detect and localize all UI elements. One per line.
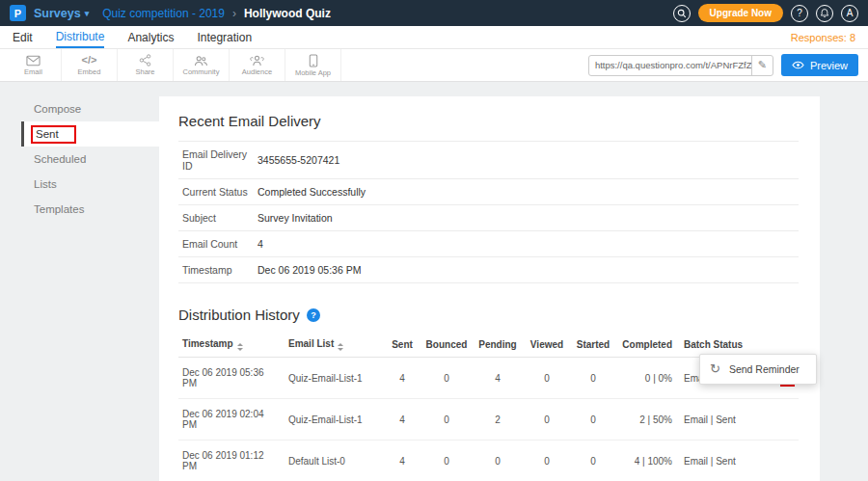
- col-pending: Pending: [472, 333, 524, 358]
- col-started: Started: [570, 333, 616, 358]
- help-icon[interactable]: ?: [791, 5, 808, 22]
- breadcrumb-parent[interactable]: Quiz competition - 2019: [102, 7, 225, 20]
- embed-code-icon: </>: [82, 54, 97, 67]
- send-reminder-icon: ↻: [710, 363, 720, 375]
- cell-viewed: 0: [524, 441, 570, 481]
- section-tabs: Edit Distribute Analytics Integration Re…: [0, 26, 868, 49]
- distribution-history-title: Distribution History ?: [178, 307, 799, 323]
- tool-share[interactable]: Share: [118, 49, 174, 81]
- survey-url-value[interactable]: https://qa.questionpro.com/t/APNrFZfZ': [589, 60, 751, 70]
- cell-timestamp: Dec 06 2019 05:36 PM: [178, 358, 285, 399]
- cell-spacer: [749, 399, 776, 441]
- annotation-red-box-sent: Sent: [31, 125, 76, 144]
- community-icon: [194, 55, 208, 67]
- delivery-label: Current Status: [178, 179, 254, 205]
- responses-count[interactable]: Responses: 8: [791, 32, 855, 43]
- cell-bounced: 0: [421, 399, 472, 441]
- sidebar-item-compose[interactable]: Compose: [21, 96, 159, 121]
- tool-share-label: Share: [135, 67, 154, 76]
- delivery-row-timestamp: Timestamp Dec 06 2019 05:36 PM: [178, 257, 799, 283]
- logo-letter: P: [14, 8, 21, 19]
- delivery-row-count: Email Count 4: [178, 231, 799, 257]
- tab-distribute[interactable]: Distribute: [56, 26, 105, 48]
- delivery-value: Survey Invitation: [254, 205, 799, 231]
- preview-button[interactable]: Preview: [781, 54, 858, 76]
- sort-icon[interactable]: [338, 343, 343, 351]
- tool-embed[interactable]: </> Embed: [62, 49, 118, 81]
- tool-email-label: Email: [24, 67, 42, 76]
- delivery-label: Email Delivery ID: [178, 142, 254, 179]
- cell-started: 0: [570, 441, 616, 481]
- survey-url-field[interactable]: https://qa.questionpro.com/t/APNrFZfZ' ✎: [588, 55, 773, 76]
- edit-url-pencil-icon[interactable]: ✎: [751, 56, 773, 75]
- sidebar-item-templates[interactable]: Templates: [21, 197, 159, 222]
- notifications-bell-icon[interactable]: [816, 5, 833, 22]
- tool-audience[interactable]: Audience: [230, 49, 285, 81]
- cell-batch-status: Email | Sent: [680, 441, 749, 481]
- breadcrumb-current: Hollywood Quiz: [244, 7, 331, 20]
- cell-menu: [776, 441, 799, 481]
- cell-completed: 0 | 0%: [616, 358, 680, 399]
- questionpro-logo-icon: P: [10, 5, 26, 21]
- sort-icon[interactable]: [237, 343, 243, 351]
- col-viewed: Viewed: [524, 333, 570, 358]
- search-icon[interactable]: [673, 5, 691, 22]
- delivery-row-id: Email Delivery ID 3455655-5207421: [178, 142, 799, 179]
- cell-timestamp: Dec 06 2019 01:12 PM: [178, 441, 285, 481]
- tool-email[interactable]: Email: [6, 49, 62, 81]
- col-bounced: Bounced: [421, 333, 472, 358]
- delivery-label: Email Count: [178, 231, 254, 257]
- sidebar-item-sent[interactable]: Sent: [21, 121, 159, 147]
- cell-bounced: 0: [421, 441, 472, 481]
- col-completed: Completed: [616, 333, 680, 358]
- sidebar-item-lists[interactable]: Lists: [21, 172, 159, 197]
- cell-pending: 4: [472, 358, 524, 399]
- delivery-value: Completed Successfully: [254, 179, 799, 205]
- tool-mobile-app[interactable]: Mobile App: [285, 49, 341, 81]
- cell-completed: 4 | 100%: [616, 441, 680, 481]
- col-timestamp-label: Timestamp: [182, 338, 233, 349]
- history-help-icon[interactable]: ?: [307, 308, 320, 322]
- surveys-menu[interactable]: Surveys ▾: [34, 7, 89, 20]
- cell-completed: 2 | 50%: [616, 399, 680, 441]
- recent-email-delivery-title-text: Recent Email Delivery: [178, 113, 321, 129]
- tool-community-label: Community: [183, 67, 220, 76]
- cell-sent: 4: [383, 358, 421, 399]
- cell-email-list: Quiz-Email-List-1: [285, 399, 383, 441]
- distribute-sidebar: Compose Sent Scheduled Lists Templates: [21, 96, 159, 481]
- recent-email-delivery-title: Recent Email Delivery: [178, 113, 799, 129]
- delivery-row-status: Current Status Completed Successfully: [178, 179, 799, 205]
- cell-viewed: 0: [524, 399, 570, 441]
- tool-embed-label: Embed: [78, 67, 101, 76]
- col-email-list[interactable]: Email List: [285, 333, 383, 358]
- cell-menu: [776, 399, 799, 441]
- cell-spacer: [749, 441, 776, 481]
- cell-started: 0: [570, 399, 616, 441]
- tab-edit[interactable]: Edit: [13, 26, 33, 48]
- history-row-3: Dec 06 2019 01:12 PM Default List-0 4 0 …: [178, 441, 799, 481]
- avatar[interactable]: A: [841, 5, 858, 22]
- audience-icon: [250, 55, 264, 67]
- cell-started: 0: [570, 358, 616, 399]
- mobile-app-icon: [309, 54, 318, 67]
- cell-sent: 4: [383, 441, 421, 481]
- surveys-menu-label: Surveys: [34, 7, 81, 20]
- sidebar-item-scheduled[interactable]: Scheduled: [21, 147, 159, 172]
- share-icon: [139, 54, 151, 67]
- tab-analytics[interactable]: Analytics: [127, 26, 174, 48]
- delivery-value: 3455655-5207421: [254, 142, 799, 179]
- email-icon: [26, 55, 41, 67]
- col-timestamp[interactable]: Timestamp: [178, 333, 285, 358]
- cell-timestamp: Dec 06 2019 02:04 PM: [178, 399, 285, 441]
- cell-viewed: 0: [524, 358, 570, 399]
- tool-community[interactable]: Community: [174, 49, 230, 81]
- cell-email-list: Default List-0: [285, 441, 383, 481]
- survey-url-group: https://qa.questionpro.com/t/APNrFZfZ' ✎…: [588, 54, 862, 76]
- row-context-menu: ↻ Send Reminder: [699, 354, 817, 385]
- cell-batch-status: Email | Sent: [680, 399, 749, 441]
- cell-pending: 0: [472, 441, 524, 481]
- send-reminder-item[interactable]: Send Reminder: [729, 363, 800, 375]
- main-panel: Recent Email Delivery Email Delivery ID …: [159, 96, 820, 481]
- tab-integration[interactable]: Integration: [197, 26, 252, 48]
- upgrade-now-button[interactable]: Upgrade Now: [698, 4, 783, 22]
